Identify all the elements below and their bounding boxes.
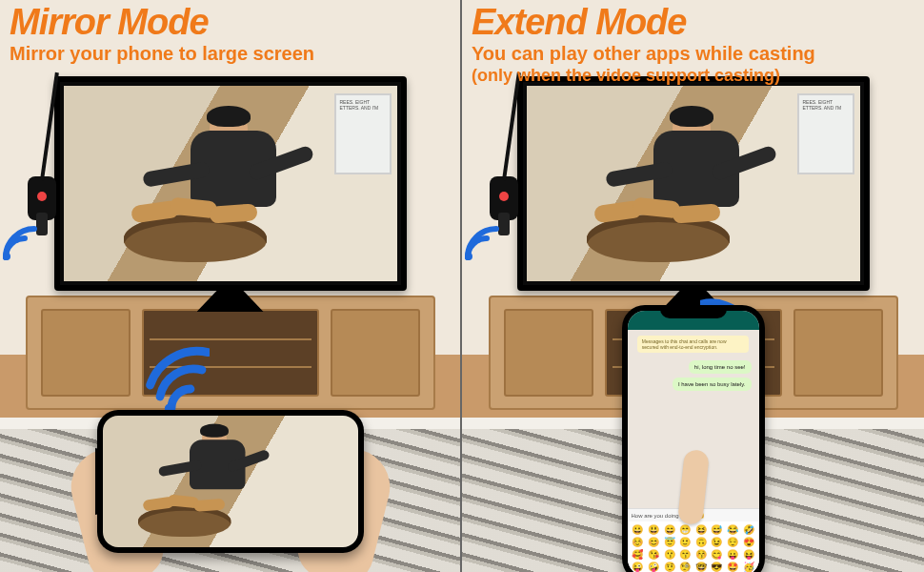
emoji-key[interactable]: 😉: [711, 538, 724, 547]
emoji-key[interactable]: 😘: [647, 550, 660, 560]
tv: REES. EIGHT ETTERS. AND I'M: [54, 76, 407, 291]
emoji-key[interactable]: 😝: [742, 550, 755, 560]
emoji-key[interactable]: 😋: [711, 550, 724, 560]
emoji-key[interactable]: 🙂: [678, 538, 692, 547]
svg-point-2: [465, 253, 472, 260]
room-scene: REES. EIGHT ETTERS. AND I'M: [0, 0, 460, 572]
tv-screen: REES. EIGHT ETTERS. AND I'M: [64, 86, 397, 281]
wifi-icon: [0, 219, 44, 267]
emoji-keyboard[interactable]: 😀😃😄😁😆😅😂🤣☺️😊😇🙂🙃😉😌😍🥰😘😗😙😚😋😛😝😜🤪🤨🧐🤓😎🤩🥳: [628, 521, 759, 572]
emoji-key[interactable]: 😛: [726, 550, 739, 560]
chat-message: hi, long time no see!: [689, 360, 752, 374]
emoji-key[interactable]: 😇: [663, 538, 676, 547]
emoji-key[interactable]: 😃: [647, 525, 660, 535]
wall-poster: REES. EIGHT ETTERS. AND I'M: [334, 93, 392, 174]
emoji-key[interactable]: 😚: [694, 550, 708, 560]
emoji-key[interactable]: 🙃: [694, 538, 708, 547]
bread-basket: [587, 214, 730, 262]
emoji-key[interactable]: 🤨: [663, 562, 676, 572]
emoji-key[interactable]: 😙: [678, 550, 692, 560]
extend-mode-title: Extend Mode: [472, 4, 914, 40]
extend-mode-header: Extend Mode You can play other apps whil…: [462, 0, 924, 89]
mirror-mode-panel: REES. EIGHT ETTERS. AND I'M: [0, 0, 462, 572]
tv: REES. EIGHT ETTERS. AND I'M: [517, 76, 870, 291]
phone-screen-mirrored: [103, 416, 358, 547]
extend-mode-subtitle: You can play other apps while casting: [472, 42, 914, 66]
emoji-key[interactable]: 🤩: [726, 562, 739, 572]
emoji-key[interactable]: 🤪: [647, 562, 660, 572]
bread-basket: [124, 214, 267, 262]
emoji-key[interactable]: 🧐: [678, 562, 692, 572]
wifi-icon: [462, 219, 506, 267]
emoji-key[interactable]: 😀: [632, 525, 645, 535]
mirror-mode-subtitle: Mirror your phone to large screen: [10, 42, 451, 66]
hands-holding-phone: [88, 391, 373, 572]
emoji-key[interactable]: ☺️: [632, 538, 645, 547]
emoji-key[interactable]: 😌: [726, 538, 739, 547]
emoji-key[interactable]: 😄: [663, 525, 676, 535]
emoji-key[interactable]: 😊: [647, 538, 660, 547]
emoji-key[interactable]: 😆: [694, 525, 708, 535]
extend-mode-panel: REES. EIGHT ETTERS. AND I'M: [462, 0, 924, 572]
mirror-mode-title: Mirror Mode: [10, 4, 451, 40]
svg-point-0: [3, 253, 10, 260]
chat-encryption-notice: Messages to this chat and calls are now …: [637, 336, 749, 353]
emoji-key[interactable]: 😗: [663, 550, 676, 560]
hand-holding-phone: Messages to this chat and calls are now …: [613, 305, 774, 572]
extend-mode-note: (only when the vidoe support casting): [472, 66, 914, 87]
wall-poster: REES. EIGHT ETTERS. AND I'M: [797, 93, 854, 174]
emoji-key[interactable]: 😜: [632, 562, 645, 572]
emoji-key[interactable]: 😍: [742, 538, 755, 547]
chat-message: I have been so busy lately.: [673, 378, 752, 391]
emoji-key[interactable]: 😅: [711, 525, 724, 535]
tv-screen: REES. EIGHT ETTERS. AND I'M: [527, 86, 860, 281]
emoji-key[interactable]: 🤓: [694, 562, 708, 572]
emoji-key[interactable]: 🥳: [742, 562, 755, 572]
phone-landscape[interactable]: [97, 410, 364, 553]
mirror-mode-header: Mirror Mode Mirror your phone to large s…: [0, 0, 460, 68]
emoji-key[interactable]: 🤣: [742, 525, 755, 535]
chat-app-screen: Messages to this chat and calls are now …: [628, 311, 759, 572]
emoji-key[interactable]: 😎: [711, 562, 724, 572]
phone-portrait[interactable]: Messages to this chat and calls are now …: [622, 305, 765, 572]
emoji-key[interactable]: 🥰: [632, 550, 645, 560]
emoji-key[interactable]: 😂: [726, 525, 739, 535]
emoji-key[interactable]: 😁: [678, 525, 692, 535]
